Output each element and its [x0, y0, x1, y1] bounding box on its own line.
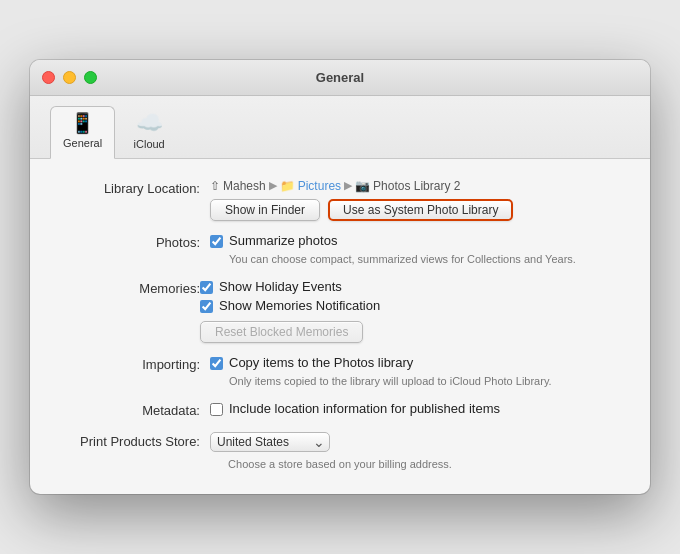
print-products-row: Print Products Store: United States Cana…	[60, 432, 620, 452]
importing-content: Copy items to the Photos library Only it…	[210, 355, 620, 389]
close-button[interactable]	[42, 71, 55, 84]
metadata-row: Metadata: Include location information f…	[60, 401, 620, 420]
summarize-label: Summarize photos	[229, 233, 337, 248]
window-controls	[42, 71, 97, 84]
icloud-icon: ☁️	[136, 110, 163, 136]
store-select-wrapper: United States Canada United Kingdom Aust…	[210, 432, 330, 452]
breadcrumb-folder-icon: 📁	[280, 179, 295, 193]
importing-row: Importing: Copy items to the Photos libr…	[60, 355, 620, 389]
photos-row: Photos: Summarize photos You can choose …	[60, 233, 620, 267]
library-buttons: Show in Finder Use as System Photo Libra…	[210, 199, 620, 221]
memories-label: Memories:	[60, 279, 200, 296]
location-checkbox[interactable]	[210, 403, 223, 416]
library-location-content: ⇧ Mahesh ▶ 📁 Pictures ▶ 📷 Photos Library…	[210, 179, 620, 221]
preferences-content: Library Location: ⇧ Mahesh ▶ 📁 Pictures …	[30, 159, 650, 495]
copy-checkbox[interactable]	[210, 357, 223, 370]
library-location-row: Library Location: ⇧ Mahesh ▶ 📁 Pictures …	[60, 179, 620, 221]
tab-general-label: General	[63, 137, 102, 149]
copy-label: Copy items to the Photos library	[229, 355, 413, 370]
print-products-content: United States Canada United Kingdom Aust…	[210, 432, 620, 452]
show-in-finder-button[interactable]: Show in Finder	[210, 199, 320, 221]
preferences-window: General 📱 General ☁️ iCloud Library Loca…	[30, 60, 650, 495]
titlebar: General	[30, 60, 650, 96]
general-icon: 📱	[70, 111, 95, 135]
location-row: Include location information for publish…	[210, 401, 620, 416]
window-title: General	[316, 70, 364, 85]
summarize-checkbox[interactable]	[210, 235, 223, 248]
use-as-system-button[interactable]: Use as System Photo Library	[328, 199, 513, 221]
memories-row: Memories: Show Holiday Events Show Memor…	[60, 279, 620, 343]
copy-row: Copy items to the Photos library	[210, 355, 620, 370]
breadcrumb-home-icon: ⇧	[210, 179, 220, 193]
metadata-content: Include location information for publish…	[210, 401, 620, 420]
holiday-label: Show Holiday Events	[219, 279, 342, 294]
tab-icloud[interactable]: ☁️ iCloud	[119, 106, 179, 158]
notification-checkbox[interactable]	[200, 300, 213, 313]
store-dropdown-row: United States Canada United Kingdom Aust…	[210, 432, 620, 452]
photos-label: Photos:	[60, 233, 200, 250]
maximize-button[interactable]	[84, 71, 97, 84]
summarize-subtext: You can choose compact, summarized views…	[229, 252, 620, 267]
reset-blocked-row: Reset Blocked Memories	[200, 321, 620, 343]
breadcrumb-sep-2: ▶	[344, 179, 352, 192]
library-breadcrumb: ⇧ Mahesh ▶ 📁 Pictures ▶ 📷 Photos Library…	[210, 179, 620, 193]
holiday-checkbox[interactable]	[200, 281, 213, 294]
library-location-label: Library Location:	[60, 179, 200, 196]
importing-label: Importing:	[60, 355, 200, 372]
location-label: Include location information for publish…	[229, 401, 500, 416]
reset-blocked-button[interactable]: Reset Blocked Memories	[200, 321, 363, 343]
notification-row: Show Memories Notification	[200, 298, 620, 313]
breadcrumb-sep-1: ▶	[269, 179, 277, 192]
photos-content: Summarize photos You can choose compact,…	[210, 233, 620, 267]
metadata-label: Metadata:	[60, 401, 200, 418]
toolbar: 📱 General ☁️ iCloud	[30, 96, 650, 159]
breadcrumb-library: Photos Library 2	[373, 179, 460, 193]
tab-general[interactable]: 📱 General	[50, 106, 115, 159]
minimize-button[interactable]	[63, 71, 76, 84]
copy-subtext: Only items copied to the library will up…	[229, 374, 620, 389]
store-subtext: Choose a store based on your billing add…	[60, 458, 620, 470]
breadcrumb-pictures: Pictures	[298, 179, 341, 193]
print-products-label: Print Products Store:	[60, 432, 200, 449]
notification-label: Show Memories Notification	[219, 298, 380, 313]
breadcrumb-user: Mahesh	[223, 179, 266, 193]
store-select[interactable]: United States Canada United Kingdom Aust…	[210, 432, 330, 452]
memories-content: Show Holiday Events Show Memories Notifi…	[200, 279, 620, 343]
holiday-row: Show Holiday Events	[200, 279, 620, 294]
summarize-row: Summarize photos	[210, 233, 620, 248]
breadcrumb-photos-icon: 📷	[355, 179, 370, 193]
tab-icloud-label: iCloud	[134, 138, 165, 150]
